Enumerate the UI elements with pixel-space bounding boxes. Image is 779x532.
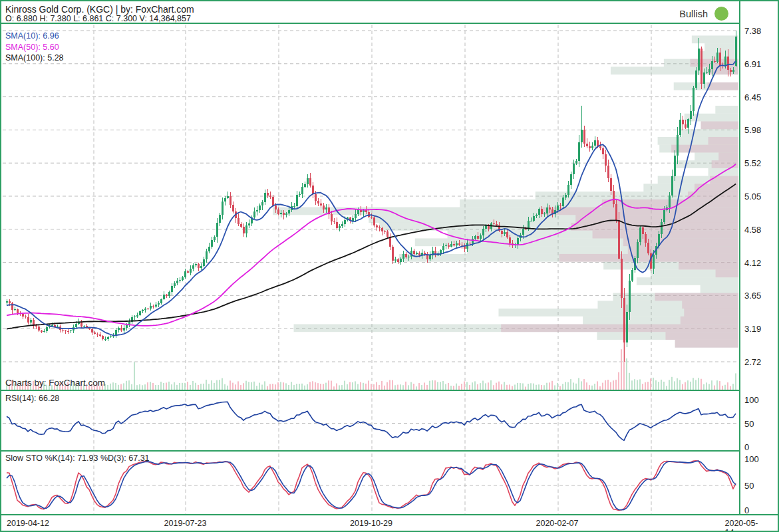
ohlc-readout: O: 6.880 H: 7.380 L: 6.861 C: 7.300 V: 1… (5, 14, 191, 23)
price-tick-label: 3.19 (744, 324, 761, 334)
price-tick-label: 2.72 (744, 357, 761, 367)
price-tick-label: 5.05 (744, 192, 761, 201)
rsi-tick-label: 0 (744, 442, 749, 452)
chart-svg[interactable] (1, 1, 779, 532)
foxchart-window: Kinross Gold Corp. (KGC) | by: FoxChart.… (0, 0, 779, 532)
chart-title: Kinross Gold Corp. (KGC) | by: FoxChart.… (5, 4, 194, 15)
rsi-tick-label: 50 (744, 418, 754, 428)
sma50-legend-label: SMA(50): 5.60 (5, 42, 64, 53)
price-tick-label: 6.45 (744, 92, 761, 102)
date-tick-label: 2019-04-12 (7, 519, 49, 528)
date-tick-label: 2019-07-23 (164, 519, 207, 528)
sma10-legend-label: SMA(10): 6.96 (5, 31, 64, 42)
price-tick-label: 4.12 (744, 257, 761, 267)
price-tick-label: 6.91 (744, 59, 761, 68)
sma100-legend-label: SMA(100): 5.28 (5, 53, 64, 64)
stochastic-panel-label: Slow STO %K(14): 71.93 %D(3): 67.31 (5, 454, 150, 463)
rsi-tick-label: 100 (744, 395, 759, 405)
stochastic-tick-label: 50 (744, 481, 754, 491)
price-tick-label: 3.65 (744, 291, 761, 301)
date-tick-label: 2020-02-07 (536, 519, 578, 528)
price-tick-label: 7.38 (744, 26, 761, 36)
rsi-panel-label: RSI(14): 66.28 (5, 394, 59, 403)
date-tick-label: 2020-05-14 (725, 519, 760, 532)
sentiment-badge: Bullish (679, 7, 728, 21)
price-tick-label: 4.58 (744, 224, 761, 234)
date-tick-label: 2019-10-29 (350, 519, 392, 528)
sma-legend: SMA(10): 6.96 SMA(50): 5.60 SMA(100): 5.… (5, 31, 64, 64)
chart-canvas[interactable] (1, 1, 779, 532)
sentiment-label: Bullish (679, 9, 708, 19)
stochastic-tick-label: 100 (744, 454, 759, 464)
stochastic-tick-label: 0 (744, 505, 749, 515)
price-tick-label: 5.98 (744, 125, 761, 135)
sentiment-dot-icon (714, 7, 728, 21)
price-tick-label: 5.52 (744, 158, 761, 168)
watermark: Charts by: FoxChart.com (5, 378, 105, 388)
